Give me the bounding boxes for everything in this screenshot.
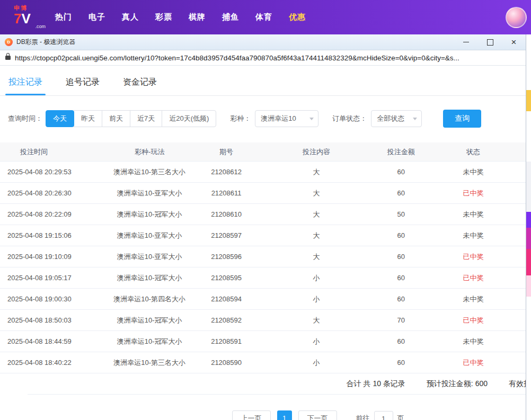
column-header: 投注时间 <box>0 147 98 157</box>
nav-item[interactable]: 热门 <box>55 12 72 22</box>
cell-status: 未中奖 <box>421 337 526 346</box>
cell-game: 澳洲幸运10-第三名大小 <box>98 167 201 177</box>
current-page-badge[interactable]: 1 <box>277 410 292 420</box>
cell-issue: 21208610 <box>201 210 252 218</box>
nav-item[interactable]: 真人 <box>122 12 139 22</box>
nav-item[interactable]: 电子 <box>88 12 105 22</box>
tab[interactable]: 追号记录 <box>66 77 100 95</box>
cell-status: 已中奖 <box>421 189 526 198</box>
prev-page-button[interactable]: 上一页 <box>232 410 271 420</box>
browser-titlebar[interactable]: D DB彩票 - 极速浏览器 × <box>0 34 526 50</box>
cell-time: 2025-04-08 18:44:59 <box>0 337 98 345</box>
url-text[interactable]: https://ctopcp02pcali.uengi5e.com/lotter… <box>15 54 459 62</box>
bet-records-table: 投注时间彩种-玩法期号投注内容投注金额状态 2025-04-08 20:29:5… <box>0 142 526 373</box>
nav-item[interactable]: 体育 <box>255 12 272 22</box>
table-row: 2025-04-08 19:05:17澳洲幸运10-冠军大小21208595小6… <box>0 267 526 289</box>
cell-issue: 21208596 <box>201 253 252 261</box>
next-page-button[interactable]: 下一页 <box>298 410 337 420</box>
cell-issue: 21208591 <box>201 337 252 345</box>
table-row: 2025-04-08 20:22:09澳洲幸运10-冠军大小21208610大5… <box>0 204 526 225</box>
cell-status: 未中奖 <box>421 231 526 240</box>
cell-content: 大 <box>252 252 382 262</box>
background-page-strip <box>526 34 531 420</box>
site-favicon-icon: D <box>5 38 13 46</box>
cell-amount: 60 <box>381 231 421 239</box>
lock-icon <box>5 56 11 60</box>
cell-issue: 21208590 <box>201 359 252 367</box>
cell-amount: 60 <box>381 274 421 282</box>
cell-time: 2025-04-08 19:05:17 <box>0 274 98 282</box>
browser-window: D DB彩票 - 极速浏览器 × https://ctopcp02pcali.u… <box>0 34 526 420</box>
cell-amount: 50 <box>381 210 421 218</box>
site-logo[interactable]: 申博 7V .com <box>14 5 46 29</box>
summary-bar: 合计 共 10 条记录 预计投注金额: 600 有效投注金额 <box>28 373 526 395</box>
maximize-icon[interactable] <box>478 34 502 50</box>
cell-game: 澳洲幸运10-冠军大小 <box>98 273 201 283</box>
time-filter-button[interactable]: 昨天 <box>74 110 102 127</box>
user-avatar[interactable] <box>506 7 527 28</box>
nav-item[interactable]: 彩票 <box>155 12 172 22</box>
summary-valid-amount: 有效投注金额 <box>509 379 526 389</box>
browser-title: DB彩票 - 极速浏览器 <box>16 38 75 47</box>
chevron-down-icon <box>309 118 314 120</box>
tab[interactable]: 资金记录 <box>123 77 157 95</box>
cell-amount: 60 <box>381 253 421 261</box>
query-button[interactable]: 查询 <box>443 110 481 128</box>
tab-bar: 投注记录追号记录资金记录 <box>0 66 526 96</box>
cell-status: 未中奖 <box>421 167 526 177</box>
cell-time: 2025-04-08 20:26:30 <box>0 189 98 197</box>
table-body: 2025-04-08 20:29:53澳洲幸运10-第三名大小21208612大… <box>0 162 526 373</box>
main-nav: 热门电子真人彩票棋牌捕鱼体育优惠 <box>55 12 306 22</box>
cell-game: 澳洲幸运10-亚军大小 <box>98 189 201 198</box>
cell-game: 澳洲幸运10-亚军大小 <box>98 231 201 240</box>
cell-status: 未中奖 <box>421 210 526 219</box>
minimize-icon[interactable] <box>454 34 478 50</box>
time-filter-button[interactable]: 近20天(低频) <box>162 110 216 127</box>
cell-time: 2025-04-08 19:15:06 <box>0 231 98 239</box>
time-filter-button[interactable]: 近7天 <box>130 110 162 127</box>
cell-content: 小 <box>252 337 382 346</box>
table-row: 2025-04-08 20:26:30澳洲幸运10-亚军大小21208611大6… <box>0 183 526 204</box>
cell-content: 大 <box>252 210 382 219</box>
lottery-select[interactable]: 澳洲幸运10 <box>255 110 318 127</box>
column-header: 投注内容 <box>252 147 382 157</box>
chevron-down-icon <box>413 118 417 120</box>
cell-status: 已中奖 <box>421 273 526 283</box>
cell-status: 已中奖 <box>421 252 526 262</box>
goto-page-suffix: 页 <box>397 414 404 420</box>
nav-item[interactable]: 优惠 <box>289 12 306 22</box>
status-select[interactable]: 全部状态 <box>371 110 422 127</box>
column-header: 期号 <box>201 147 252 157</box>
cell-content: 大 <box>252 231 382 240</box>
cell-issue: 21208611 <box>201 189 252 197</box>
summary-total: 合计 共 10 条记录 <box>347 379 405 389</box>
window-controls: × <box>454 34 526 50</box>
tab[interactable]: 投注记录 <box>8 77 42 95</box>
table-row: 2025-04-08 19:10:09澳洲幸运10-亚军大小21208596大6… <box>0 246 526 267</box>
cell-time: 2025-04-08 19:10:09 <box>0 253 98 261</box>
cell-game: 澳洲幸运10-亚军大小 <box>98 252 201 262</box>
cell-amount: 60 <box>381 189 421 197</box>
close-icon[interactable]: × <box>502 34 526 50</box>
cell-amount: 60 <box>381 295 421 303</box>
site-header: 申博 7V .com 热门电子真人彩票棋牌捕鱼体育优惠 <box>0 0 531 34</box>
cell-amount: 70 <box>381 316 421 324</box>
cell-game: 澳洲幸运10-第四名大小 <box>98 294 201 304</box>
cell-game: 澳洲幸运10-冠军大小 <box>98 210 201 219</box>
table-row: 2025-04-08 19:00:30澳洲幸运10-第四名大小21208594小… <box>0 289 526 310</box>
cell-issue: 21208594 <box>201 295 252 303</box>
cell-content: 小 <box>252 273 382 283</box>
goto-page-input[interactable] <box>374 411 393 420</box>
cell-time: 2025-04-08 19:00:30 <box>0 295 98 303</box>
nav-item[interactable]: 棋牌 <box>189 12 206 22</box>
column-header: 投注金额 <box>381 147 421 157</box>
lottery-select-value: 澳洲幸运10 <box>261 114 296 123</box>
cell-content: 小 <box>252 294 382 304</box>
goto-page: 前往 页 <box>356 411 404 420</box>
status-select-value: 全部状态 <box>377 114 404 123</box>
cell-amount: 60 <box>381 359 421 367</box>
time-filter-button[interactable]: 今天 <box>46 110 74 127</box>
address-bar[interactable]: https://ctopcp02pcali.uengi5e.com/lotter… <box>0 50 526 66</box>
nav-item[interactable]: 捕鱼 <box>222 12 239 22</box>
time-filter-button[interactable]: 前天 <box>102 110 130 127</box>
